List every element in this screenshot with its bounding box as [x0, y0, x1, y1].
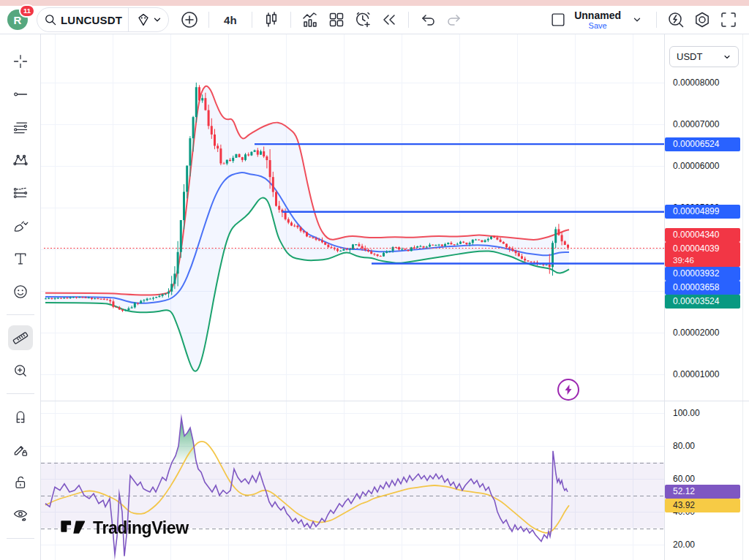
- fullscreen-icon: [719, 10, 738, 29]
- layout-name: Unnamed: [574, 10, 621, 21]
- plus-circle-icon: [180, 10, 199, 29]
- toolbar-separator: [208, 12, 209, 28]
- crosshair-icon: [12, 52, 29, 71]
- tool-trend-line-button[interactable]: [8, 82, 33, 107]
- quick-search-button[interactable]: [664, 8, 688, 31]
- price-label-badge: 0.00003932: [665, 267, 740, 281]
- tool-brush-button[interactable]: [8, 213, 33, 238]
- axis-tick: 0.00007000: [665, 118, 749, 132]
- user-avatar[interactable]: R 11: [7, 10, 28, 30]
- top-toolbar: R 11 LUNCUSDT 4h: [0, 6, 749, 34]
- price-label-badge: 0.00004340: [665, 228, 740, 242]
- alert-button[interactable]: [351, 8, 374, 31]
- axis-tick: 80.00: [665, 439, 749, 453]
- watermark-text: TradingView: [93, 518, 189, 538]
- layout-square-icon: [549, 11, 567, 29]
- rsi-value-badge: 52.12: [665, 485, 740, 499]
- rsi-value-badge: 43.92: [665, 499, 740, 512]
- hide-drawings-button[interactable]: [8, 503, 33, 528]
- tool-projection-button[interactable]: [8, 181, 33, 205]
- axis-tick: 0.00008000: [665, 76, 749, 90]
- layout-select-button[interactable]: [546, 8, 570, 31]
- tool-ruler-button[interactable]: [8, 325, 33, 350]
- brush-icon: [12, 216, 29, 235]
- tool-text-button[interactable]: [8, 246, 33, 271]
- compare-add-button[interactable]: [178, 8, 201, 31]
- magnet-icon: [12, 407, 29, 426]
- price-label-badge: 0.00004899: [665, 205, 740, 219]
- settings-button[interactable]: [690, 8, 714, 31]
- replay-button[interactable]: [377, 8, 401, 31]
- layout-name-button[interactable]: Unnamed Save: [574, 10, 621, 31]
- chart-area[interactable]: TradingView: [41, 34, 664, 560]
- tool-crosshair-button[interactable]: [8, 49, 33, 74]
- stay-in-drawing-mode-button[interactable]: [8, 437, 33, 462]
- axis-tick: 100.00: [665, 406, 749, 420]
- search-lightning-icon: [666, 10, 685, 29]
- chart-type-button[interactable]: [260, 8, 283, 31]
- toolbar-left-group: R 11 LUNCUSDT 4h: [7, 7, 467, 32]
- replay-icon: [380, 10, 399, 29]
- chevron-down-icon: [723, 53, 731, 61]
- price-label-badge: 0.00003658: [665, 281, 740, 295]
- currency-label: USDT: [677, 51, 702, 62]
- symbol-name: LUNCUSDT: [61, 14, 122, 26]
- chart-canvas[interactable]: [41, 34, 664, 560]
- symbol-search[interactable]: LUNCUSDT: [37, 7, 169, 32]
- redo-arrow-icon: [445, 10, 464, 29]
- undo-arrow-icon: [418, 10, 437, 29]
- notification-badge: 11: [19, 4, 35, 18]
- candles-icon: [262, 10, 281, 29]
- pencil-lock-icon: [12, 440, 29, 459]
- toolbar-divider: [7, 314, 34, 315]
- lightning-bolt-icon: [563, 385, 573, 395]
- interval-button[interactable]: 4h: [217, 8, 244, 31]
- undo-button[interactable]: [416, 8, 440, 31]
- top-strip: [0, 0, 749, 6]
- price-label-badge: 0.0000403939:46: [665, 242, 740, 267]
- tool-zoom-in-button[interactable]: [8, 358, 33, 383]
- tool-xabcd-pattern-button[interactable]: [8, 148, 33, 173]
- axis-tick: 20.00: [665, 538, 749, 552]
- currency-dropdown[interactable]: USDT: [669, 46, 739, 67]
- alert-clock-icon: [353, 10, 372, 29]
- axis-tick: 0.00006000: [665, 159, 749, 173]
- tradingview-watermark[interactable]: TradingView: [60, 518, 189, 538]
- axis-tick: 0.00001000: [665, 368, 749, 382]
- tradingview-app: R 11 LUNCUSDT 4h: [0, 0, 749, 560]
- tool-emoji-button[interactable]: [8, 279, 33, 304]
- pill-divider: [128, 8, 129, 32]
- emoji-icon: [12, 282, 29, 301]
- layout-templates-button[interactable]: [325, 8, 348, 31]
- quick-trade-button[interactable]: [557, 379, 579, 401]
- fullscreen-button[interactable]: [717, 8, 740, 31]
- toolbar-right-group: Unnamed Save: [545, 8, 742, 31]
- pane-divider[interactable]: [41, 401, 749, 401]
- layout-menu-chevron[interactable]: [625, 8, 649, 31]
- tool-fib-retracement-button[interactable]: [8, 115, 33, 140]
- axis-tick: 0.00002000: [665, 326, 749, 340]
- data-source-diamond-icon: [135, 11, 152, 29]
- indicators-icon: [301, 10, 320, 29]
- toolbar-divider: [7, 538, 34, 539]
- settings-hexagon-icon: [693, 10, 712, 29]
- eye-brush-icon: [12, 506, 29, 525]
- text-icon: [12, 249, 29, 268]
- magnet-mode-button[interactable]: [8, 404, 33, 429]
- price-axis[interactable]: USDT 0.000080000.000070000.000060000.000…: [664, 34, 749, 560]
- save-link[interactable]: Save: [589, 21, 607, 31]
- xabcd-pattern-icon: [12, 151, 29, 170]
- axis-tick: 60.00: [665, 472, 749, 486]
- redo-button[interactable]: [443, 8, 466, 31]
- indicators-button[interactable]: [298, 8, 322, 31]
- trend-line-icon: [12, 85, 29, 104]
- lock-open-icon: [12, 473, 29, 492]
- price-label-badge: 0.00003524: [665, 295, 740, 309]
- toolbar-separator: [408, 12, 409, 28]
- price-label-badge: 0.00006524: [665, 137, 740, 151]
- toolbar-separator: [290, 12, 291, 28]
- chevron-down-icon: [152, 15, 162, 25]
- tradingview-logo-icon: [60, 519, 86, 537]
- lock-all-drawings-button[interactable]: [8, 470, 33, 495]
- ruler-icon: [12, 328, 29, 347]
